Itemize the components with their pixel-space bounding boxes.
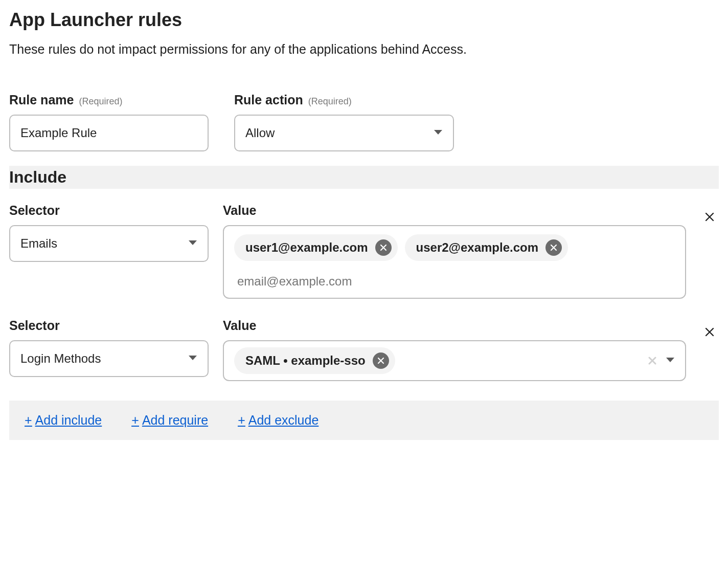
chip-remove-icon[interactable] — [373, 352, 389, 369]
chip-remove-icon[interactable] — [375, 239, 392, 256]
chevron-down-icon[interactable] — [666, 356, 675, 365]
add-include-button[interactable]: + Add include — [25, 413, 102, 428]
remove-row-icon[interactable] — [700, 318, 719, 337]
value-label: Value — [223, 203, 686, 218]
chip: user1@example.com — [234, 234, 398, 261]
selector-select[interactable]: Login Methods — [9, 340, 209, 377]
add-exclude-button[interactable]: + Add exclude — [238, 413, 318, 428]
rule-action-value: Allow — [245, 126, 275, 140]
rule-name-input[interactable] — [9, 115, 209, 151]
value-text-input[interactable] — [234, 268, 675, 294]
rule-name-required: (Required) — [79, 96, 122, 107]
selector-label: Selector — [9, 203, 209, 218]
chip: user2@example.com — [405, 234, 568, 261]
value-input[interactable]: user1@example.comuser2@example.com — [223, 225, 686, 299]
page-description: These rules do not impact permissions fo… — [9, 42, 719, 57]
rule-action-required: (Required) — [308, 96, 352, 107]
remove-row-icon[interactable] — [700, 203, 719, 222]
selector-label: Selector — [9, 318, 209, 333]
clear-icon[interactable] — [645, 354, 659, 368]
value-input[interactable]: SAML • example-sso — [223, 340, 686, 381]
section-include-header: Include — [9, 166, 719, 189]
rule-action-label: Rule action — [234, 93, 303, 107]
chip-label: SAML • example-sso — [245, 354, 366, 368]
chip-remove-icon[interactable] — [545, 239, 562, 256]
include-row: SelectorLogin MethodsValueSAML • example… — [9, 318, 719, 381]
rule-action-select[interactable]: Allow — [234, 115, 454, 151]
value-label: Value — [223, 318, 686, 333]
selector-select[interactable]: Emails — [9, 225, 209, 262]
chip: SAML • example-sso — [234, 347, 395, 374]
include-row: SelectorEmailsValueuser1@example.comuser… — [9, 203, 719, 299]
selector-value: Emails — [20, 236, 57, 251]
selector-value: Login Methods — [20, 351, 101, 366]
rule-name-label: Rule name — [9, 93, 74, 107]
page-title: App Launcher rules — [9, 9, 719, 31]
add-require-button[interactable]: + Add require — [131, 413, 208, 428]
chip-label: user1@example.com — [245, 240, 368, 255]
chip-label: user2@example.com — [416, 240, 539, 255]
actions-bar: + Add include + Add require + Add exclud… — [9, 401, 719, 440]
